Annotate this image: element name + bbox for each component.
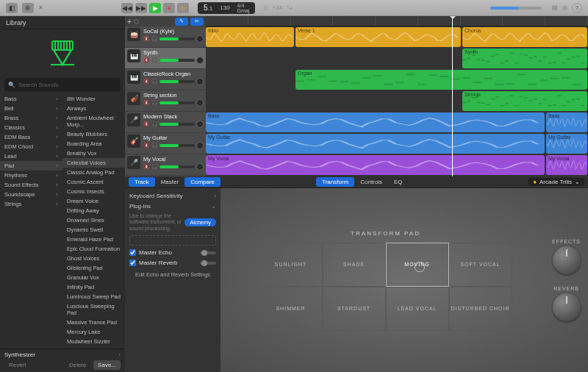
transform-pad[interactable]: SUNLIGHTSHADEMOVINGSOFT VOCALSHIMMERSTAR… [259, 243, 512, 331]
category-item[interactable]: Sound Effects› [0, 180, 62, 190]
loop-browser-icon[interactable]: ◎ [562, 4, 567, 11]
category-item[interactable]: EDM Chord› [0, 142, 62, 151]
patch-item[interactable]: Drifting Away [62, 206, 125, 215]
category-item[interactable]: Strings› [0, 199, 62, 209]
master-reverb-checkbox[interactable] [129, 260, 136, 266]
search-input[interactable]: 🔍 Search Sounds [4, 78, 121, 91]
category-item[interactable]: Soundscape› [0, 190, 62, 199]
play-button[interactable]: ▶ [149, 3, 161, 13]
patch-item[interactable]: Dream Voice [62, 196, 125, 206]
category-item[interactable]: Rhythmic› [0, 171, 62, 180]
patch-item[interactable]: Infinity Pad [62, 282, 125, 292]
patch-item[interactable]: Ambient Modwheel Morp... [62, 113, 125, 129]
patch-item[interactable]: 8th Wonder [62, 94, 125, 104]
headphone-button[interactable]: 🎧 [151, 36, 158, 42]
master-volume-slider[interactable] [490, 7, 542, 10]
patch-item[interactable]: Ghost Voices [62, 254, 125, 263]
scissors-tool-button[interactable]: ✂ [190, 18, 204, 26]
pan-knob[interactable] [196, 78, 204, 85]
playhead[interactable] [452, 16, 453, 176]
tab-eq[interactable]: EQ [388, 177, 409, 187]
quick-help-button[interactable]: ✲ [22, 3, 34, 13]
patch-item[interactable]: Breathy Vox [62, 149, 125, 158]
headphone-button[interactable]: 🎧 [151, 164, 158, 170]
transform-cell[interactable]: MOVING [386, 243, 449, 287]
headphone-button[interactable]: 🎧 [151, 57, 158, 63]
patch-item[interactable]: Mercury Lake [62, 327, 125, 337]
category-item[interactable]: Lead› [0, 151, 62, 161]
patch-item[interactable]: Airways [62, 104, 125, 113]
preset-selector[interactable]: ● Arcade Trills ⌄ [528, 178, 584, 186]
volume-fader[interactable] [159, 165, 195, 168]
master-reverb-slider[interactable] [200, 262, 216, 265]
volume-fader[interactable] [159, 37, 195, 40]
category-item[interactable]: Pad› [0, 161, 62, 171]
master-echo-checkbox[interactable] [129, 249, 136, 256]
patch-item[interactable]: Epic Cloud Formation [62, 244, 125, 254]
pan-knob[interactable] [196, 99, 204, 107]
pan-knob[interactable] [196, 121, 204, 128]
tab-compare[interactable]: Compare [184, 177, 220, 187]
tuner-icon[interactable]: ⮑ [287, 4, 293, 11]
help-button[interactable]: ? [572, 3, 582, 13]
record-button[interactable]: ● [163, 3, 175, 13]
patch-item[interactable]: Cosmic Ascent [62, 177, 125, 187]
edit-tool-button[interactable]: ✎ [175, 18, 188, 26]
pan-knob[interactable] [196, 142, 204, 149]
region[interactable]: Verse 1 [295, 27, 461, 47]
chevron-right-icon[interactable]: › [118, 351, 121, 358]
region[interactable]: My Vocal [546, 155, 587, 175]
tab-master[interactable]: Master [155, 177, 184, 187]
track-header[interactable]: 🎹ClassicRock Organ🔇🎧 [125, 69, 206, 90]
tab-track[interactable]: Track [129, 177, 155, 187]
volume-fader[interactable] [159, 59, 195, 62]
cycle-button[interactable]: ↻ [177, 3, 189, 13]
track-header[interactable]: 🎤My Vocal🔇🎧 [125, 154, 206, 176]
region[interactable]: Synth [462, 49, 587, 68]
library-toggle-button[interactable]: ◧ [6, 3, 18, 13]
arrange-area[interactable]: IntroVerse 1ChorusSynthOrganStringsBassB… [206, 16, 588, 176]
delete-button[interactable]: Delete [65, 360, 90, 370]
volume-fader[interactable] [159, 80, 195, 83]
category-item[interactable]: Classics› [0, 123, 62, 132]
lcd-display[interactable]: 5.1 130 4/4Gmaj [198, 2, 255, 14]
track-header[interactable]: 🎸My Guitar🔇🎧 [125, 133, 206, 154]
ruler[interactable] [206, 16, 588, 26]
transform-cell[interactable]: SHIMMER [259, 287, 323, 331]
region[interactable]: Bass [546, 112, 587, 132]
notepad-icon[interactable]: ▤ [552, 4, 558, 11]
patch-item[interactable]: Granular Vox [62, 273, 125, 282]
mute-button[interactable]: 🔇 [143, 57, 150, 63]
region[interactable]: Bass [206, 112, 545, 132]
volume-fader[interactable] [159, 144, 195, 147]
mute-button[interactable]: 🔇 [143, 143, 150, 149]
category-item[interactable]: EDM Bass› [0, 132, 62, 142]
patch-item[interactable]: Dynamic Swell [62, 225, 125, 235]
region[interactable]: My Guitar [206, 134, 545, 154]
mute-button[interactable]: 🔇 [143, 36, 150, 42]
mute-button[interactable]: 🔇 [143, 100, 150, 106]
track-header[interactable]: 🎻String section🔇🎧 [125, 90, 206, 112]
save-button[interactable]: Save... [93, 360, 121, 370]
forward-button[interactable]: ▶▶ [135, 3, 147, 13]
pan-knob[interactable] [196, 163, 204, 171]
track-header[interactable]: 🎤Modern Stack🔇🎧 [125, 112, 206, 133]
add-track-button[interactable]: + [127, 18, 132, 26]
effects-knob[interactable] [553, 246, 581, 274]
close-icon[interactable]: ✕ [38, 4, 43, 11]
empty-plugin-slot[interactable] [129, 235, 216, 246]
category-item[interactable]: Bass› [0, 94, 62, 104]
tab-controls[interactable]: Controls [354, 177, 388, 187]
patch-item[interactable]: Celestial Voices [62, 158, 125, 168]
transform-cell[interactable]: DISTURBED CHOIR [449, 287, 512, 331]
keyboard-sensitivity-row[interactable]: Keyboard Sensitivity› [129, 193, 216, 199]
rewind-button[interactable]: ◀◀ [121, 3, 133, 13]
headphone-button[interactable]: 🎧 [151, 79, 158, 85]
patch-item[interactable]: Glistening Pad [62, 263, 125, 273]
track-header[interactable]: 🥁SoCal (Kyle)🔇🎧 [125, 26, 206, 48]
track-header[interactable]: 🎹Synth🔇🎧 [125, 48, 206, 69]
transform-cell[interactable]: SOFT VOCAL [449, 243, 512, 287]
category-item[interactable]: Bell› [0, 104, 62, 113]
tab-transform[interactable]: Transform [316, 177, 354, 187]
region[interactable]: My Vocal [206, 155, 545, 175]
